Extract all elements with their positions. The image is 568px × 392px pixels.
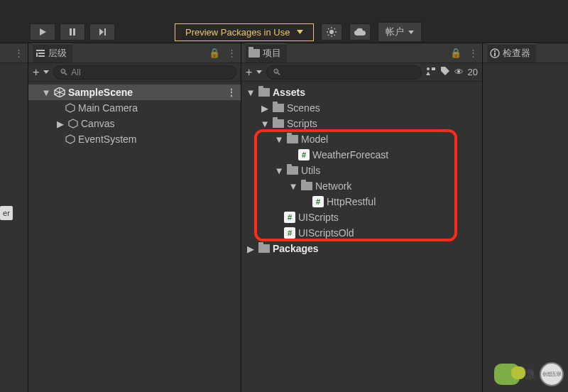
folder-row-network[interactable]: ▼ Network <box>241 178 482 194</box>
expand-toggle[interactable]: ▶ <box>246 244 256 254</box>
lock-icon[interactable]: 🔒 <box>450 48 462 58</box>
script-row-uiscripts[interactable]: # UIScripts <box>241 209 482 225</box>
watermark-badge: 创想互联 <box>540 362 564 386</box>
gameobject-icon <box>65 134 75 144</box>
script-label: UIScripts <box>298 212 339 223</box>
search-icon: 🔍︎ <box>273 67 281 77</box>
script-row-uiscriptsold[interactable]: # UIScriptsOld <box>241 225 482 241</box>
script-row-weather[interactable]: # WeatherForecast <box>241 147 482 163</box>
hierarchy-search-input[interactable]: 🔍︎ All <box>53 65 236 80</box>
folder-label: Model <box>301 134 328 145</box>
scene-row[interactable]: ▼ SampleScene ⋮ <box>28 85 241 100</box>
folder-row-scenes[interactable]: ▶ Scenes <box>241 100 482 116</box>
script-row-http[interactable]: # HttpRestful <box>241 194 482 209</box>
panel-menu-icon[interactable]: ⋮ <box>469 48 478 58</box>
svg-rect-13 <box>38 53 45 54</box>
hierarchy-item[interactable]: EventSystem <box>28 131 241 147</box>
folder-label: Utils <box>301 165 320 176</box>
step-button[interactable] <box>89 23 115 40</box>
hierarchy-tab[interactable]: 层级 <box>33 43 72 62</box>
panels-container: ⋮ 层级 🔒 ⋮ + 🔍︎ All ▼ SampleScene <box>0 43 568 392</box>
folder-label: Scripts <box>287 118 317 129</box>
item-menu-icon[interactable]: ⋮ <box>226 87 236 98</box>
script-label: HttpRestful <box>327 196 376 207</box>
watermark-text: 微 <box>524 367 535 382</box>
expand-toggle[interactable]: ▶ <box>260 103 270 113</box>
folder-row-scripts[interactable]: ▼ Scripts <box>241 116 482 131</box>
hierarchy-item[interactable]: Main Camera <box>28 100 241 116</box>
account-dropdown[interactable]: 帐户 <box>378 22 422 42</box>
left-sliver-tabrow: ⋮ <box>0 43 28 63</box>
folder-row-model[interactable]: ▼ Model <box>241 131 482 147</box>
hidden-visibility-icon[interactable]: 👁 <box>454 67 464 77</box>
left-edge-button[interactable]: er <box>0 206 13 220</box>
folder-icon <box>273 119 284 128</box>
watermark: 微 创想互联 <box>494 362 564 386</box>
svg-rect-15 <box>36 53 38 57</box>
svg-point-3 <box>329 30 334 34</box>
search-icon: 🔍︎ <box>60 67 68 77</box>
folder-icon <box>258 244 270 253</box>
preview-packages-dropdown[interactable]: Preview Packages in Use <box>175 23 314 41</box>
svg-line-10 <box>334 28 335 29</box>
expand-toggle[interactable]: ▼ <box>288 181 298 191</box>
top-toolbar: Preview Packages in Use 帐户 <box>0 21 568 43</box>
folder-row-assets[interactable]: ▼ Assets <box>241 85 482 100</box>
cloud-button[interactable] <box>349 23 371 40</box>
folder-row-packages[interactable]: ▶ Packages <box>241 241 482 256</box>
folder-icon <box>301 182 312 190</box>
svg-line-11 <box>328 35 329 36</box>
csharp-script-icon: # <box>284 212 295 223</box>
light-button[interactable] <box>321 23 342 40</box>
lock-icon[interactable]: 🔒 <box>209 48 220 58</box>
folder-icon <box>287 166 298 175</box>
hierarchy-item[interactable]: ▶ Canvas <box>28 116 241 131</box>
hierarchy-tab-label: 层级 <box>48 47 67 60</box>
folder-icon <box>248 49 260 58</box>
csharp-script-icon: # <box>284 227 295 239</box>
chevron-down-icon[interactable] <box>256 70 262 74</box>
folder-icon <box>287 135 298 143</box>
folder-icon <box>273 104 284 112</box>
gameobject-icon <box>68 119 78 129</box>
project-toolbar: + 🔍︎ 👁 20 <box>241 63 482 82</box>
project-tab[interactable]: 项目 <box>246 43 287 62</box>
hierarchy-icon <box>36 48 45 58</box>
folder-label: Packages <box>273 243 319 254</box>
folder-row-utils[interactable]: ▼ Utils <box>241 163 482 178</box>
scene-label: SampleScene <box>68 87 133 98</box>
add-button[interactable]: + <box>246 66 252 79</box>
filter-by-label-icon[interactable] <box>440 66 450 78</box>
unity-scene-icon <box>54 87 65 97</box>
preview-packages-label: Preview Packages in Use <box>185 27 290 38</box>
hierarchy-toolbar: + 🔍︎ All <box>28 63 241 82</box>
filter-by-type-icon[interactable] <box>426 66 436 78</box>
svg-rect-1 <box>73 28 75 36</box>
expand-toggle[interactable]: ▼ <box>274 134 284 144</box>
expand-toggle[interactable]: ▼ <box>41 87 51 97</box>
wechat-icon <box>494 364 520 385</box>
svg-rect-0 <box>70 28 72 36</box>
svg-rect-19 <box>494 53 496 56</box>
expand-toggle[interactable]: ▼ <box>274 165 284 175</box>
csharp-script-icon: # <box>312 196 324 207</box>
script-label: WeatherForecast <box>312 149 388 160</box>
expand-toggle[interactable]: ▶ <box>55 119 65 129</box>
inspector-tab-row: 检查器 <box>483 43 568 63</box>
playback-controls <box>30 23 115 40</box>
expand-toggle[interactable]: ▼ <box>260 119 270 129</box>
pause-button[interactable] <box>60 23 85 40</box>
project-search-input[interactable]: 🔍︎ <box>266 65 421 80</box>
panel-menu-icon[interactable]: ⋮ <box>227 48 236 58</box>
chevron-down-icon[interactable] <box>43 70 49 74</box>
svg-line-9 <box>334 35 335 36</box>
inspector-tab[interactable]: 检查器 <box>487 43 536 62</box>
folder-label: Assets <box>273 87 305 98</box>
panel-menu-icon[interactable]: ⋮ <box>14 48 23 58</box>
project-tab-row: 项目 🔒 ⋮ <box>241 43 482 63</box>
expand-toggle[interactable]: ▼ <box>246 87 256 97</box>
project-tab-label: 项目 <box>263 47 281 60</box>
chevron-down-icon <box>297 30 303 34</box>
play-button[interactable] <box>30 23 55 40</box>
add-button[interactable]: + <box>33 66 39 79</box>
